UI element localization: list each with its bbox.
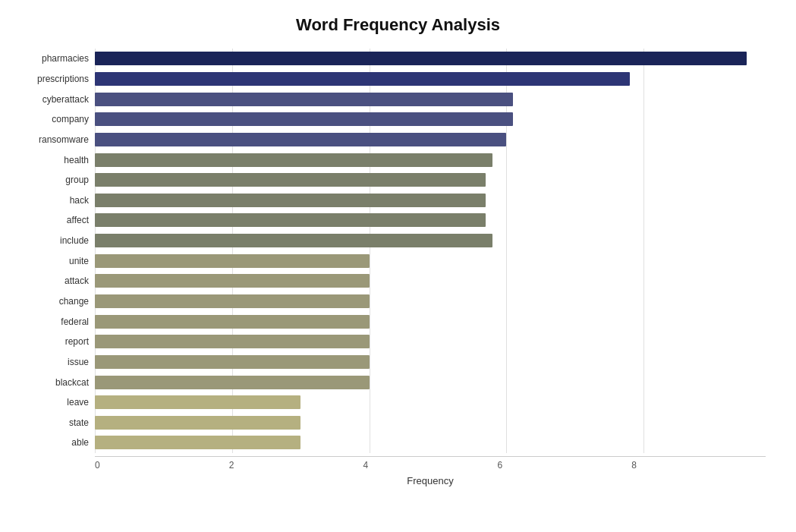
chart-title: Word Frequency Analysis	[15, 15, 781, 35]
y-label-blackcat: blackcat	[55, 378, 89, 387]
bar-able	[95, 436, 300, 449]
chart-area: pharmaciesprescriptionscyberattackcompan…	[15, 49, 781, 453]
bar-row-include	[95, 232, 781, 249]
y-label-health: health	[64, 156, 89, 165]
bar-row-issue	[95, 354, 781, 370]
bar-row-pharmacies	[95, 50, 781, 67]
y-label-include: include	[60, 236, 89, 245]
bar-row-attack	[95, 272, 781, 289]
bar-pharmacies	[95, 52, 747, 65]
bar-prescriptions	[95, 72, 630, 86]
y-label-state: state	[69, 418, 89, 427]
bar-row-change	[95, 293, 781, 310]
bar-row-group	[95, 172, 781, 188]
y-label-affect: affect	[67, 216, 89, 225]
y-label-cyberattack: cyberattack	[42, 95, 89, 104]
bar-row-affect	[95, 212, 781, 228]
bars-wrapper	[95, 49, 781, 453]
bar-include	[95, 234, 492, 247]
y-label-change: change	[59, 297, 89, 306]
y-label-issue: issue	[68, 357, 89, 367]
y-label-able: able	[71, 438, 89, 447]
y-label-attack: attack	[64, 276, 89, 285]
bar-leave	[95, 395, 300, 409]
bar-group	[95, 173, 486, 187]
bar-federal	[95, 315, 370, 329]
bar-row-federal	[95, 313, 781, 330]
bar-state	[95, 416, 300, 430]
bar-cyberattack	[95, 93, 513, 106]
bar-row-hack	[95, 192, 781, 209]
y-label-hack: hack	[70, 196, 89, 205]
bar-issue	[95, 355, 370, 369]
bar-row-health	[95, 152, 781, 168]
x-axis-area: 02468 Frequency	[15, 456, 781, 486]
bar-row-leave	[95, 394, 781, 411]
bar-health	[95, 153, 492, 167]
y-label-company: company	[52, 115, 89, 124]
y-axis-labels: pharmaciesprescriptionscyberattackcompan…	[15, 49, 95, 453]
bar-row-able	[95, 434, 781, 451]
x-axis-line	[95, 456, 766, 457]
bar-hack	[95, 194, 486, 207]
y-label-pharmacies: pharmacies	[42, 54, 89, 63]
x-tick-8: 8	[631, 460, 637, 471]
x-tick-0: 0	[95, 460, 100, 471]
y-label-unite: unite	[69, 257, 89, 266]
bar-row-company	[95, 111, 781, 127]
bar-change	[95, 294, 370, 308]
bar-row-prescriptions	[95, 71, 781, 87]
y-label-ransomware: ransomware	[39, 135, 89, 144]
y-label-federal: federal	[61, 317, 89, 326]
bar-blackcat	[95, 376, 370, 389]
bar-row-report	[95, 333, 781, 350]
y-label-leave: leave	[67, 398, 89, 407]
x-ticks-row: 02468	[95, 460, 766, 471]
chart-container: Word Frequency Analysis pharmaciesprescr…	[0, 0, 796, 532]
bar-row-ransomware	[95, 131, 781, 148]
y-label-report: report	[65, 337, 89, 346]
x-axis-label: Frequency	[95, 475, 766, 486]
x-tick-4: 4	[363, 460, 369, 471]
bar-unite	[95, 254, 370, 268]
bars-and-grid	[95, 49, 781, 453]
bar-ransomware	[95, 133, 506, 146]
y-label-prescriptions: prescriptions	[37, 74, 89, 83]
bar-report	[95, 335, 370, 348]
x-tick-2: 2	[229, 460, 234, 471]
y-label-group: group	[65, 175, 89, 184]
bar-row-cyberattack	[95, 91, 781, 108]
bar-affect	[95, 213, 486, 227]
x-tick-6: 6	[497, 460, 502, 471]
bar-row-blackcat	[95, 374, 781, 391]
bar-row-unite	[95, 253, 781, 269]
bar-company	[95, 112, 513, 126]
bar-attack	[95, 274, 370, 288]
bar-row-state	[95, 414, 781, 431]
